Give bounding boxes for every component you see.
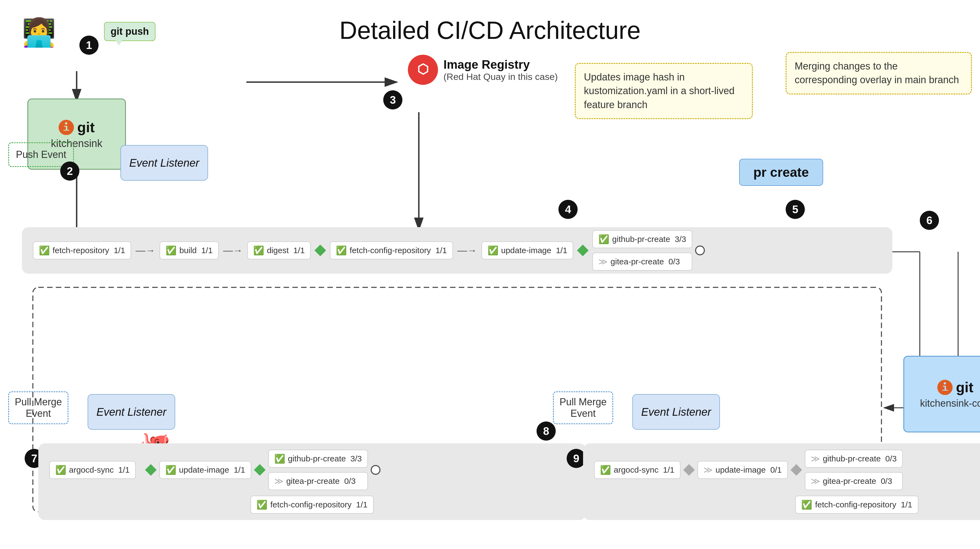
step-2: 2 xyxy=(60,161,80,181)
task2-gitea-pr-create: ≫ gitea-pr-create 0/3 xyxy=(268,472,368,490)
pipeline-row-2: ✅ argocd-sync 1/1 ✅ update-image 1/1 ✅ g… xyxy=(38,443,586,520)
check-icon-8: ✅ xyxy=(165,465,176,475)
circle-connector-1 xyxy=(695,245,705,255)
pipeline-row-3-bottom: ✅ fetch-config-repository 1/1 xyxy=(795,496,918,514)
check-icon-5: ✅ xyxy=(488,245,498,256)
task-digest: ✅ digest 1/1 xyxy=(247,241,311,259)
person-icon: 👩‍💻 xyxy=(22,16,56,49)
diamond-4 xyxy=(254,464,265,476)
event-listener-bottom-left: Event Listener xyxy=(88,394,175,430)
pipeline-fork-3: ≫ github-pr-create 0/3 ≫ gitea-pr-create… xyxy=(805,450,903,490)
pipeline-row-2-top: ✅ argocd-sync 1/1 ✅ update-image 1/1 ✅ g… xyxy=(49,450,575,490)
pull-merge-event-left: Pull Merge Event xyxy=(8,391,68,424)
check-icon-2: ✅ xyxy=(165,245,177,256)
event-listener-top: Event Listener xyxy=(121,145,208,181)
task-fetch-config: ✅ fetch-config-repository 1/1 xyxy=(330,241,453,259)
task3-github-pr-create: ≫ github-pr-create 0/3 xyxy=(805,450,903,468)
task2-github-pr-create: ✅ github-pr-create 3/3 xyxy=(268,450,368,468)
arrow-2: —→ xyxy=(223,245,243,256)
skip-icon-5: ≫ xyxy=(811,476,820,486)
diamond-5 xyxy=(683,464,695,476)
callout-4: Updates image hash in kustomization.yaml… xyxy=(575,63,753,119)
git-push-bubble: git push xyxy=(104,22,156,41)
check-icon-1: ✅ xyxy=(39,245,50,256)
skip-icon-1: ≫ xyxy=(598,256,608,267)
skip-icon-2: ≫ xyxy=(274,476,283,486)
diagram-container: Detailed CI/CD Architecture 👩‍💻 xyxy=(0,0,980,549)
pull-merge-event-right: Pull Merge Event xyxy=(553,391,613,424)
git-icon xyxy=(59,119,74,135)
check-icon-12: ✅ xyxy=(801,500,812,510)
task3-update-image: ≫ update-image 0/1 xyxy=(697,461,788,479)
pipeline-row-1: ✅ fetch-repository 1/1 —→ ✅ build 1/1 —→… xyxy=(22,227,892,274)
image-registry-icon: ⬡ xyxy=(408,55,438,85)
svg-text:⬡: ⬡ xyxy=(417,62,429,76)
step-6: 6 xyxy=(920,211,939,230)
check-icon-10: ✅ xyxy=(256,500,267,510)
pipeline-row-3-top: ✅ argocd-sync 1/1 ≫ update-image 0/1 ≫ g… xyxy=(594,450,980,490)
pipeline-row-3: ✅ argocd-sync 1/1 ≫ update-image 0/1 ≫ g… xyxy=(583,443,980,520)
circle-connector-2 xyxy=(371,465,380,475)
check-icon-6: ✅ xyxy=(598,234,609,244)
task2-fetch-config: ✅ fetch-config-repository 1/1 xyxy=(250,496,373,514)
pipeline-fork-2: ✅ github-pr-create 3/3 ≫ gitea-pr-create… xyxy=(268,450,368,490)
event-listener-bottom-right: Event Listener xyxy=(632,394,720,430)
task-build: ✅ build 1/1 xyxy=(159,241,219,259)
git-icon-conf xyxy=(937,380,953,395)
diamond-3 xyxy=(145,464,157,476)
kitchensink-conf-box: git kitchensink-conf xyxy=(904,356,980,433)
check-icon-11: ✅ xyxy=(600,465,611,475)
check-icon-4: ✅ xyxy=(336,245,347,256)
step-4: 4 xyxy=(558,200,578,219)
page-title: Detailed CI/CD Architecture xyxy=(339,16,641,45)
step-8: 8 xyxy=(536,422,556,441)
git-conf-label: git xyxy=(956,379,974,395)
step-3: 3 xyxy=(383,90,402,110)
task3-argocd-sync: ✅ argocd-sync 1/1 xyxy=(594,461,681,479)
check-icon-3: ✅ xyxy=(253,245,264,256)
diamond-2 xyxy=(577,245,589,256)
image-registry-sub: (Red Hat Quay in this case) xyxy=(444,72,558,82)
image-registry-label: Image Registry xyxy=(444,58,558,72)
check-icon-9: ✅ xyxy=(274,454,285,464)
task2-update-image: ✅ update-image 1/1 xyxy=(159,461,251,479)
skip-icon-3: ≫ xyxy=(703,465,713,475)
task-fetch-repository: ✅ fetch-repository 1/1 xyxy=(33,241,131,259)
git-label: git xyxy=(77,119,95,135)
kitchensink-conf-label: kitchensink-conf xyxy=(920,398,980,409)
arrow-1: —→ xyxy=(135,245,155,256)
task-update-image: ✅ update-image 1/1 xyxy=(482,241,573,259)
check-icon-7: ✅ xyxy=(55,465,66,475)
callout-6: Merging changes to the corresponding ove… xyxy=(786,52,972,94)
pipeline-row-2-bottom: ✅ fetch-config-repository 1/1 xyxy=(250,496,373,514)
diamond-1 xyxy=(315,245,326,256)
diamond-6 xyxy=(790,464,802,476)
task3-fetch-config: ✅ fetch-config-repository 1/1 xyxy=(795,496,918,514)
task-github-pr-create: ✅ github-pr-create 3/3 xyxy=(592,230,692,248)
step-1: 1 xyxy=(80,36,99,55)
skip-icon-4: ≫ xyxy=(811,454,820,464)
image-registry: ⬡ Image Registry (Red Hat Quay in this c… xyxy=(408,55,558,85)
task-gitea-pr-create: ≫ gitea-pr-create 0/3 xyxy=(592,253,692,271)
pr-create-btn[interactable]: pr create xyxy=(739,159,823,186)
task2-argocd-sync: ✅ argocd-sync 1/1 xyxy=(49,461,136,479)
step-5: 5 xyxy=(786,200,805,219)
quay-icon: ⬡ xyxy=(412,59,434,81)
pipeline-fork-1: ✅ github-pr-create 3/3 ≫ gitea-pr-create… xyxy=(592,230,692,271)
arrow-3: —→ xyxy=(457,245,477,256)
task3-gitea-pr-create: ≫ gitea-pr-create 0/3 xyxy=(805,472,903,490)
